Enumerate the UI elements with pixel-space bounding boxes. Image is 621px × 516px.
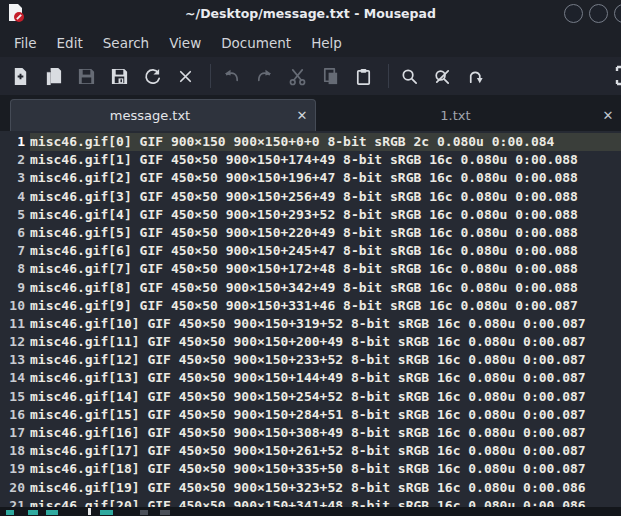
copy-icon[interactable]: [320, 66, 341, 87]
line-number: 10: [3, 297, 25, 315]
editor-line[interactable]: 14misc46.gif[13] GIF 450×50 900×150+144+…: [0, 369, 621, 387]
editor-line[interactable]: 18misc46.gif[17] GIF 450×50 900×150+261+…: [0, 442, 621, 460]
taskbar-fragment: [6, 510, 14, 515]
taskbar-fragment: [140, 510, 148, 515]
line-text: misc46.gif[7] GIF 450×50 900×150+172+48 …: [30, 260, 621, 278]
taskbar-sliver: [0, 507, 621, 516]
tab-close-icon[interactable]: ✕: [595, 108, 621, 123]
line-text: misc46.gif[11] GIF 450×50 900×150+200+49…: [30, 333, 621, 351]
toolbar-separator: [388, 64, 389, 88]
line-text: misc46.gif[1] GIF 450×50 900×150+174+49 …: [30, 151, 621, 169]
line-number: 6: [3, 224, 25, 242]
editor-line[interactable]: 19misc46.gif[18] GIF 450×50 900×150+335+…: [0, 460, 621, 478]
go-to-icon[interactable]: [465, 66, 486, 87]
editor-line[interactable]: 15misc46.gif[14] GIF 450×50 900×150+254+…: [0, 388, 621, 406]
line-number: 7: [3, 242, 25, 260]
reload-icon[interactable]: [142, 66, 163, 87]
menu-item-view[interactable]: View: [159, 32, 211, 54]
line-text: misc46.gif[8] GIF 450×50 900×150+342+49 …: [30, 279, 621, 297]
line-text: misc46.gif[12] GIF 450×50 900×150+233+52…: [30, 351, 621, 369]
tab-message-txt[interactable]: message.txt ✕: [10, 99, 316, 131]
editor-line[interactable]: 6misc46.gif[5] GIF 450×50 900×150+220+49…: [0, 224, 621, 242]
window-button[interactable]: [564, 4, 583, 23]
menu-item-search[interactable]: Search: [93, 32, 159, 54]
editor-line[interactable]: 2misc46.gif[1] GIF 450×50 900×150+174+49…: [0, 151, 621, 169]
line-number: 20: [3, 479, 25, 497]
taskbar-fragment: [160, 510, 170, 515]
line-text: misc46.gif[6] GIF 450×50 900×150+245+47 …: [30, 242, 621, 260]
line-text: misc46.gif[2] GIF 450×50 900×150+196+47 …: [30, 169, 621, 187]
undo-icon[interactable]: [221, 66, 242, 87]
editor-line[interactable]: 1misc46.gif[0] GIF 900×150 900×150+0+0 8…: [0, 133, 621, 151]
line-number: 4: [3, 188, 25, 206]
menu-item-file[interactable]: File: [4, 32, 47, 54]
editor-line[interactable]: 8misc46.gif[7] GIF 450×50 900×150+172+48…: [0, 260, 621, 278]
editor-line[interactable]: 9misc46.gif[8] GIF 450×50 900×150+342+49…: [0, 279, 621, 297]
line-number: 15: [3, 388, 25, 406]
taskbar-fragment: [46, 510, 58, 515]
tab-close-icon[interactable]: ✕: [289, 108, 315, 123]
editor-line[interactable]: 20misc46.gif[19] GIF 450×50 900×150+323+…: [0, 479, 621, 497]
paste-icon[interactable]: [353, 66, 374, 87]
line-number: 17: [3, 424, 25, 442]
line-text: misc46.gif[0] GIF 900×150 900×150+0+0 8-…: [30, 133, 621, 151]
editor-line[interactable]: 13misc46.gif[12] GIF 450×50 900×150+233+…: [0, 351, 621, 369]
line-number: 14: [3, 369, 25, 387]
editor-line[interactable]: 17misc46.gif[16] GIF 450×50 900×150+308+…: [0, 424, 621, 442]
toolbar: [0, 57, 621, 95]
window-button[interactable]: [589, 4, 608, 23]
save-as-icon[interactable]: [109, 66, 130, 87]
find-replace-icon[interactable]: [432, 66, 453, 87]
line-text: misc46.gif[16] GIF 450×50 900×150+308+49…: [30, 424, 621, 442]
line-text: misc46.gif[5] GIF 450×50 900×150+220+49 …: [30, 224, 621, 242]
line-text: misc46.gif[15] GIF 450×50 900×150+284+51…: [30, 406, 621, 424]
menu-item-edit[interactable]: Edit: [47, 32, 93, 54]
line-number: 11: [3, 315, 25, 333]
line-number: 5: [3, 206, 25, 224]
find-icon[interactable]: [399, 66, 420, 87]
tab-1-txt[interactable]: 1.txt ✕: [316, 99, 621, 131]
editor-line[interactable]: 4misc46.gif[3] GIF 450×50 900×150+256+49…: [0, 188, 621, 206]
editor-line[interactable]: 5misc46.gif[4] GIF 450×50 900×150+293+52…: [0, 206, 621, 224]
line-text: misc46.gif[9] GIF 450×50 900×150+331+46 …: [30, 297, 621, 315]
line-text: misc46.gif[4] GIF 450×50 900×150+293+52 …: [30, 206, 621, 224]
line-number: 16: [3, 406, 25, 424]
close-document-icon[interactable]: [175, 66, 196, 87]
mousepad-window: ~/Desktop/message.txt - Mousepad FileEdi…: [0, 0, 621, 516]
open-document-icon[interactable]: [43, 66, 64, 87]
text-editor-area[interactable]: 1misc46.gif[0] GIF 900×150 900×150+0+0 8…: [0, 131, 621, 516]
taskbar-fragment: [88, 508, 91, 515]
editor-line[interactable]: 12misc46.gif[11] GIF 450×50 900×150+200+…: [0, 333, 621, 351]
title-bar[interactable]: ~/Desktop/message.txt - Mousepad: [0, 0, 621, 28]
cut-icon[interactable]: [287, 66, 308, 87]
line-number: 3: [3, 169, 25, 187]
redo-icon[interactable]: [254, 66, 275, 87]
window-button-partial[interactable]: [614, 4, 621, 23]
line-number: 8: [3, 260, 25, 278]
new-document-icon[interactable]: [10, 66, 31, 87]
line-text: misc46.gif[19] GIF 450×50 900×150+323+52…: [30, 479, 621, 497]
line-number: 12: [3, 333, 25, 351]
fullscreen-icon-partial[interactable]: [613, 65, 621, 86]
line-number: 18: [3, 442, 25, 460]
line-text: misc46.gif[10] GIF 450×50 900×150+319+52…: [30, 315, 621, 333]
editor-line[interactable]: 7misc46.gif[6] GIF 450×50 900×150+245+47…: [0, 242, 621, 260]
editor-line[interactable]: 3misc46.gif[2] GIF 450×50 900×150+196+47…: [0, 169, 621, 187]
editor-line[interactable]: 10misc46.gif[9] GIF 450×50 900×150+331+4…: [0, 297, 621, 315]
menu-item-help[interactable]: Help: [301, 32, 352, 54]
line-number: 1: [3, 133, 25, 151]
taskbar-fragment: [100, 510, 113, 515]
tab-label: 1.txt: [316, 108, 595, 123]
line-number: 13: [3, 351, 25, 369]
line-number: 2: [3, 151, 25, 169]
editor-line[interactable]: 11misc46.gif[10] GIF 450×50 900×150+319+…: [0, 315, 621, 333]
tab-label: message.txt: [11, 108, 289, 123]
editor-line[interactable]: 16misc46.gif[15] GIF 450×50 900×150+284+…: [0, 406, 621, 424]
line-text: misc46.gif[14] GIF 450×50 900×150+254+52…: [30, 388, 621, 406]
line-number: 9: [3, 279, 25, 297]
tab-bar: message.txt ✕ 1.txt ✕: [0, 95, 621, 131]
line-text: misc46.gif[18] GIF 450×50 900×150+335+50…: [30, 460, 621, 478]
menu-item-document[interactable]: Document: [211, 32, 301, 54]
toolbar-separator: [210, 64, 211, 88]
save-icon[interactable]: [76, 66, 97, 87]
